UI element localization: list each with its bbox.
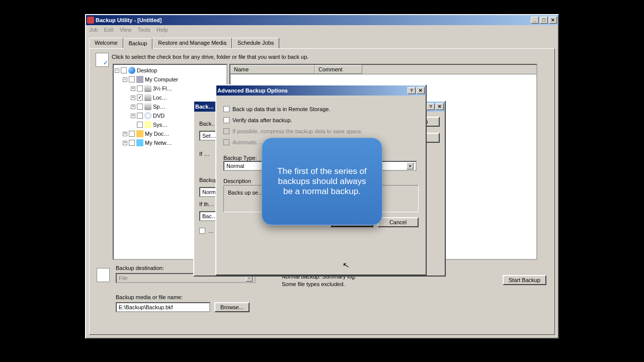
adv-help-button[interactable]: ? [408, 87, 416, 94]
menu-help[interactable]: Help [156, 27, 168, 33]
adv-titlebar: Advanced Backup Options ? ✕ [216, 85, 426, 96]
options-line2: Some file types excluded. [282, 281, 356, 288]
checkbox[interactable] [223, 106, 229, 112]
tree-my-computer[interactable]: My Computer [145, 75, 178, 84]
checkbox[interactable] [121, 67, 127, 73]
tab-restore[interactable]: Restore and Manage Media [152, 38, 232, 49]
media-value: E:\Backup\Backup.bkf [119, 304, 173, 310]
dvd-icon [144, 112, 151, 119]
checkbox[interactable] [129, 76, 135, 82]
tree-sys[interactable]: Sys… [153, 120, 168, 129]
checkbox [223, 128, 229, 134]
checkbox[interactable] [137, 85, 143, 92]
col-name[interactable]: Name [230, 65, 315, 74]
desktop-icon [128, 67, 135, 74]
opt-remote-storage[interactable]: Back up data that is in Remote Storage. [223, 106, 419, 113]
expander-icon[interactable]: + [131, 86, 135, 91]
menubar: Job Edit View Tools Help [86, 25, 558, 34]
tree-desktop[interactable]: Desktop [137, 66, 157, 75]
menu-tools[interactable]: Tools [137, 27, 150, 33]
destination-value: File [119, 275, 128, 281]
checkbox[interactable] [129, 131, 135, 137]
expander-icon[interactable]: + [131, 96, 135, 100]
drive-icon [144, 94, 151, 101]
window-title: Backup Utility - [Untitled] [96, 17, 530, 23]
app-icon [87, 17, 94, 24]
expander-icon[interactable]: + [131, 105, 135, 109]
checkbox[interactable] [137, 104, 143, 110]
tree-my-net[interactable]: My Netw… [145, 138, 172, 147]
media-label: Backup media or file name: [116, 294, 183, 300]
expander-icon[interactable]: − [123, 77, 127, 82]
tutorial-callout: The first of the series of backups shoul… [262, 138, 382, 225]
adv-close-button[interactable]: ✕ [417, 87, 425, 94]
tab-strip: Welcome Backup Restore and Manage Media … [89, 37, 555, 48]
computer-icon [136, 76, 143, 83]
browse-button[interactable]: Browse... [214, 302, 250, 312]
opt-verify[interactable]: Verify data after backup. [223, 117, 419, 124]
col-comment[interactable]: Comment [315, 65, 362, 74]
backup-icon [96, 53, 109, 67]
chevron-down-icon[interactable]: ▾ [407, 162, 414, 169]
instruction-text: Click to select the check box for any dr… [112, 54, 549, 60]
tree-dvd[interactable]: DVD [153, 111, 165, 120]
opt-compress: If possible, compress the backup data to… [223, 128, 419, 135]
documents-icon [136, 130, 143, 137]
tree-spare[interactable]: Sp… [153, 102, 165, 111]
destination-icon [97, 268, 110, 282]
titlebar: Backup Utility - [Untitled] _ □ ✕ [86, 15, 558, 25]
menu-view[interactable]: View [120, 27, 132, 33]
checkbox[interactable]: ✓ [137, 95, 143, 101]
drive-icon [144, 85, 151, 92]
destination-label: Backup destination: [116, 265, 164, 271]
adv-title: Advanced Backup Options [217, 87, 407, 94]
media-input[interactable]: E:\Backup\Backup.bkf [116, 302, 210, 312]
checkbox[interactable] [137, 113, 143, 119]
checkbox[interactable] [129, 140, 135, 146]
job-help-button[interactable]: ? [427, 103, 435, 110]
drive-icon [144, 103, 151, 110]
tab-backup[interactable]: Backup [123, 38, 153, 49]
tree-my-docs[interactable]: My Doc… [145, 129, 169, 138]
checkbox[interactable] [199, 228, 205, 234]
network-icon [136, 139, 143, 146]
tab-schedule[interactable]: Schedule Jobs [232, 38, 279, 49]
maximize-button[interactable]: □ [540, 17, 548, 24]
expander-icon[interactable]: + [123, 141, 127, 145]
menu-edit[interactable]: Edit [104, 27, 114, 33]
list-header: Name Comment [230, 65, 536, 74]
checkbox[interactable] [223, 117, 229, 123]
minimize-button[interactable]: _ [531, 17, 539, 24]
expander-icon[interactable]: + [123, 132, 127, 136]
tree-local[interactable]: Loc… [153, 93, 168, 102]
tree-floppy[interactable]: 3½ Fl… [153, 84, 173, 93]
checkbox [223, 139, 229, 145]
watermark-logo: VVindicatorINDICATR [563, 338, 633, 353]
expander-icon[interactable]: + [131, 114, 135, 118]
job-close-button[interactable]: ✕ [436, 103, 444, 110]
tab-welcome[interactable]: Welcome [89, 38, 123, 49]
checkbox[interactable] [137, 122, 143, 128]
menu-job[interactable]: Job [89, 27, 98, 33]
system-icon [144, 121, 151, 128]
cancel-button[interactable]: Cancel [377, 217, 419, 227]
close-button[interactable]: ✕ [549, 17, 557, 24]
expander-icon[interactable]: − [115, 68, 119, 73]
start-backup-button[interactable]: Start Backup [503, 275, 546, 285]
